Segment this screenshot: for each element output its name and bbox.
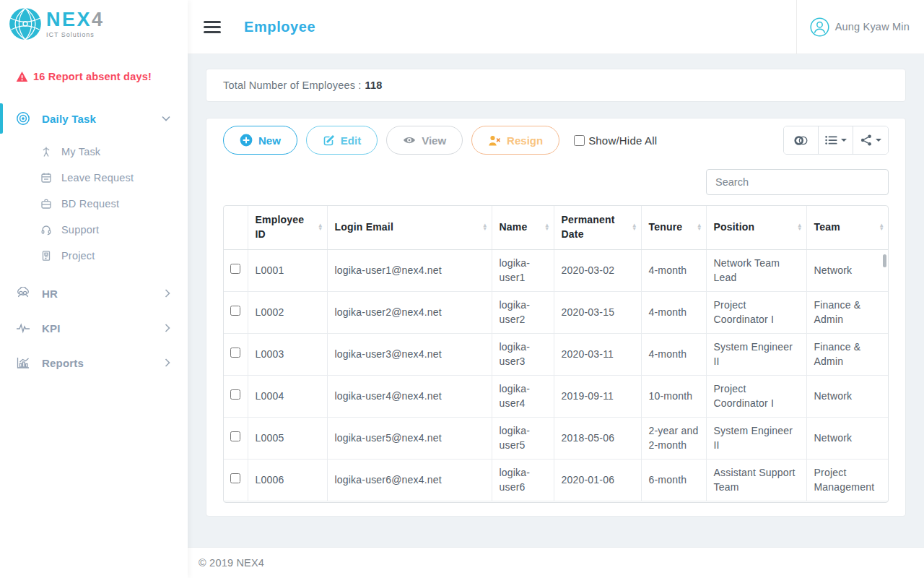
chevron-down-icon — [162, 116, 170, 121]
sort-icon: ▲▼ — [632, 223, 637, 231]
table-row[interactable]: L0001 logika-user1@nex4.net logika-user1… — [224, 249, 888, 291]
bar-chart-icon — [16, 356, 30, 369]
sidebar-item-hr[interactable]: HR — [0, 276, 188, 311]
copyright-text: © 2019 NEX4 — [199, 557, 264, 569]
table-row[interactable]: L0005 logika-user5@nex4.net logika-user5… — [224, 417, 888, 459]
person-remove-icon — [488, 135, 501, 146]
cell-permanent-date: 2020-03-11 — [554, 333, 641, 375]
cell-employee-id: L0006 — [248, 459, 327, 501]
column-header-team[interactable]: Team▲▼ — [806, 206, 888, 249]
row-select-cell — [224, 333, 248, 375]
employee-card: New Edit — [206, 118, 906, 517]
employee-table: Employee ID▲▼Login Email▲▼Name▲▼Permanen… — [224, 206, 888, 501]
column-header-login-email[interactable]: Login Email▲▼ — [327, 206, 492, 249]
document-icon — [40, 250, 52, 262]
cell-position: System Engineer II — [706, 333, 806, 375]
toolbar: New Edit — [223, 126, 889, 155]
page-title: Employee — [244, 19, 796, 35]
cell-position: Project Coordinator I — [706, 375, 806, 417]
search-row — [223, 169, 889, 195]
table-row[interactable]: L0006 logika-user6@nex4.net logika-user6… — [224, 459, 888, 501]
column-header-employee-id[interactable]: Employee ID▲▼ — [248, 206, 327, 249]
view-button[interactable]: View — [386, 126, 463, 155]
row-checkbox[interactable] — [230, 264, 240, 274]
search-input[interactable] — [706, 169, 889, 195]
cell-tenure: 4-month — [641, 291, 706, 333]
user-name: Aung Kyaw Min — [835, 21, 910, 33]
chevron-right-icon — [165, 289, 170, 298]
cell-name: logika-user6 — [492, 459, 554, 501]
warning-icon — [16, 71, 28, 82]
show-hide-all-toggle[interactable]: Show/Hide All — [574, 134, 657, 147]
cell-employee-id: L0002 — [248, 291, 327, 333]
row-checkbox[interactable] — [230, 348, 240, 358]
row-select-cell — [224, 417, 248, 459]
cell-login-email: logika-user3@nex4.net — [327, 333, 492, 375]
sidebar-item-leave-request[interactable]: Leave Request — [0, 165, 188, 191]
sidebar-item-daily-task[interactable]: Daily Task — [0, 101, 188, 136]
plus-circle-icon — [240, 134, 253, 147]
resign-button[interactable]: Resign — [471, 126, 559, 155]
row-checkbox[interactable] — [230, 473, 240, 483]
sort-icon: ▲▼ — [697, 223, 702, 231]
cell-position: Assistant Support Team — [706, 459, 806, 501]
column-header-tenure[interactable]: Tenure▲▼ — [641, 206, 706, 249]
sort-icon: ▲▼ — [797, 223, 803, 231]
sidebar-item-bd-request[interactable]: BD Request — [0, 191, 188, 217]
cell-tenure: 10-month — [641, 375, 706, 417]
cell-login-email: logika-user4@nex4.net — [327, 375, 492, 417]
cell-name: logika-user1 — [492, 249, 554, 291]
employee-table-container[interactable]: Employee ID▲▼Login Email▲▼Name▲▼Permanen… — [223, 205, 889, 503]
table-row[interactable]: L0002 logika-user2@nex4.net logika-user2… — [224, 291, 888, 333]
footer: © 2019 NEX4 — [188, 547, 924, 578]
sidebar-item-my-task[interactable]: My Task — [0, 139, 188, 165]
cell-team: Network — [806, 249, 888, 291]
user-menu[interactable]: Aung Kyaw Min — [796, 0, 924, 54]
sidebar-item-support[interactable]: Support — [0, 217, 188, 243]
topbar: Employee Aung Kyaw Min — [188, 0, 924, 54]
edit-button[interactable]: Edit — [306, 126, 378, 155]
row-checkbox[interactable] — [230, 431, 240, 441]
sidebar-item-project[interactable]: Project — [0, 243, 188, 269]
eye-icon — [403, 135, 416, 145]
show-hide-all-checkbox[interactable] — [574, 135, 585, 146]
globe-logo-icon — [9, 7, 42, 40]
sidebar-item-reports[interactable]: Reports — [0, 345, 188, 380]
table-row[interactable]: L0003 logika-user3@nex4.net logika-user3… — [224, 333, 888, 375]
summary-card: Total Number of Employees : 118 — [206, 69, 906, 102]
cell-team: Network — [806, 375, 888, 417]
absent-report-alert[interactable]: 16 Report absent days! — [16, 71, 188, 82]
cell-name: logika-user2 — [492, 291, 554, 333]
list-view-button[interactable] — [819, 126, 853, 154]
people-icon — [16, 287, 30, 300]
cell-team: Finance & Admin — [806, 291, 888, 333]
table-options-group — [783, 126, 889, 155]
column-header-name[interactable]: Name▲▼ — [492, 206, 554, 249]
cell-tenure: 4-month — [641, 333, 706, 375]
cell-name: logika-user3 — [492, 333, 554, 375]
target-icon — [16, 111, 30, 126]
new-button[interactable]: New — [223, 126, 297, 155]
cell-login-email: logika-user6@nex4.net — [327, 459, 492, 501]
menu-toggle-icon[interactable] — [201, 15, 224, 39]
column-header-position[interactable]: Position▲▼ — [706, 206, 806, 249]
row-checkbox[interactable] — [230, 306, 240, 316]
sort-icon: ▲▼ — [318, 223, 323, 231]
brand-logo[interactable]: NEX4 ICT Solutions — [0, 0, 188, 40]
toggle-columns-button[interactable] — [784, 126, 819, 154]
my-task-icon — [40, 146, 52, 158]
row-checkbox[interactable] — [230, 389, 240, 400]
column-header-permanent-date[interactable]: Permanent Date▲▼ — [554, 206, 641, 249]
table-scrollbar-thumb[interactable] — [883, 254, 886, 267]
app-window: NEX4 ICT Solutions 16 Report absent days… — [0, 0, 924, 578]
table-row[interactable]: L0004 logika-user4@nex4.net logika-user4… — [224, 375, 888, 417]
cell-permanent-date: 2020-03-02 — [554, 249, 641, 291]
cell-employee-id: L0005 — [248, 417, 327, 459]
row-select-cell — [224, 459, 248, 501]
main-area: Employee Aung Kyaw Min Total Number of E… — [188, 0, 924, 578]
cell-permanent-date: 2020-01-06 — [554, 459, 641, 501]
sidebar-item-kpi[interactable]: KPI — [0, 311, 188, 345]
cell-position: Project Coordinator I — [706, 291, 806, 333]
cell-employee-id: L0004 — [248, 375, 327, 417]
share-export-button[interactable] — [853, 126, 888, 154]
